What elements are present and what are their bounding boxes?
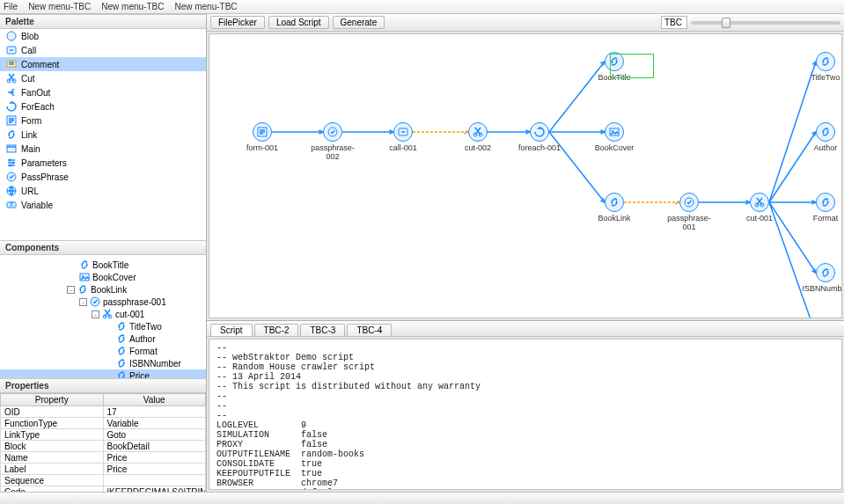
passphrase-icon xyxy=(679,193,699,212)
prop-header[interactable]: Property xyxy=(1,394,104,406)
script-editor[interactable]: -- -- webStraktor Demo script -- Random … xyxy=(209,339,842,490)
prop-value[interactable] xyxy=(103,475,206,486)
palette-item-comment[interactable]: Comment xyxy=(0,57,206,71)
cut-icon xyxy=(468,122,488,142)
prop-value[interactable]: Price xyxy=(103,452,206,464)
selection-box xyxy=(610,54,654,78)
property-row[interactable]: OID17 xyxy=(1,406,206,418)
main-icon xyxy=(5,142,18,155)
menu-item[interactable]: New menu-TBC xyxy=(174,2,237,11)
tree-toggle[interactable]: - xyxy=(79,298,87,306)
node-call-001[interactable]: call-001 xyxy=(377,122,429,152)
tab-tbc-3[interactable]: TBC-3 xyxy=(300,324,345,336)
node-form-001[interactable]: form-001 xyxy=(236,122,289,152)
palette-item-cut[interactable]: Cut xyxy=(0,71,206,85)
node-cut-001[interactable]: cut-001 xyxy=(733,193,786,223)
palette-item-call[interactable]: Call xyxy=(0,43,206,57)
form-icon xyxy=(253,122,272,142)
prop-value[interactable]: 17 xyxy=(103,406,206,418)
tree-item-format[interactable]: Format xyxy=(0,345,206,357)
tree-item-passphrase-001[interactable]: -passphrase-001 xyxy=(0,296,206,308)
menubar: File New menu-TBC New menu-TBC New menu-… xyxy=(0,0,844,14)
tab-tbc-2[interactable]: TBC-2 xyxy=(254,324,299,336)
property-row[interactable]: LabelPrice xyxy=(1,464,206,475)
prop-name: FunctionType xyxy=(1,418,104,429)
palette-item-variable[interactable]: xVariable xyxy=(0,198,206,212)
palette-item-main[interactable]: Main xyxy=(0,142,206,156)
palette-item-form[interactable]: Form xyxy=(0,113,206,128)
tree-item-bookcover[interactable]: BookCover xyxy=(0,271,206,283)
statusbar xyxy=(0,492,844,504)
tree-label: BookCover xyxy=(92,273,136,282)
node-passphrase-002[interactable]: passphrase-002 xyxy=(306,122,359,161)
bottom-tabs: ScriptTBC-2TBC-3TBC-4 xyxy=(207,321,844,337)
components-panel: BookTitleBookCover-BookLink-passphrase-0… xyxy=(0,255,206,378)
foreach-icon xyxy=(5,100,18,113)
menu-item[interactable]: New menu-TBC xyxy=(101,2,164,11)
property-row[interactable]: Sequence xyxy=(1,475,206,486)
property-row[interactable]: LinkTypeGoto xyxy=(1,429,206,441)
palette-item-label: Form xyxy=(21,116,41,126)
tree-item-price[interactable]: Price xyxy=(0,369,206,378)
property-row[interactable]: FunctionTypeVariable xyxy=(1,418,206,429)
tree-item-isbnnumber[interactable]: ISBNNumber xyxy=(0,357,206,369)
palette-item-url[interactable]: URL xyxy=(0,184,206,198)
tree-item-titletwo[interactable]: TitleTwo xyxy=(0,320,206,332)
property-row[interactable]: NamePrice xyxy=(1,452,206,464)
tab-script[interactable]: Script xyxy=(210,324,253,336)
value-header[interactable]: Value xyxy=(103,394,206,406)
prop-value[interactable]: Goto xyxy=(103,429,206,441)
prop-value[interactable]: BookDetail xyxy=(103,441,206,452)
menu-item[interactable]: New menu-TBC xyxy=(28,2,91,11)
node-booklink[interactable]: BookLink xyxy=(588,193,641,223)
tab-tbc-4[interactable]: TBC-4 xyxy=(347,324,392,336)
link-icon xyxy=(605,193,624,212)
generate-button[interactable]: Generate xyxy=(333,16,385,29)
palette-item-label: URL xyxy=(21,186,39,196)
link-icon xyxy=(115,357,128,369)
property-row[interactable]: BlockBookDetail xyxy=(1,441,206,452)
palette-item-fanout[interactable]: FanOut xyxy=(0,85,206,99)
zoom-slider[interactable] xyxy=(691,21,840,25)
svg-rect-6 xyxy=(7,145,16,152)
palette-item-link[interactable]: Link xyxy=(0,128,206,142)
filepicker-button[interactable]: FilePicker xyxy=(210,16,265,29)
node-label: form-001 xyxy=(236,143,289,152)
tree-item-booklink[interactable]: -BookLink xyxy=(0,283,206,296)
slider-thumb[interactable] xyxy=(722,18,730,28)
tbc-input[interactable]: TBC xyxy=(661,16,687,29)
blob-icon xyxy=(5,30,18,42)
prop-value[interactable]: Price xyxy=(103,464,206,475)
tree-label: TitleTwo xyxy=(129,322,162,332)
node-isbn[interactable]: ISBNNumber xyxy=(799,263,842,293)
node-titletwo[interactable]: TitleTwo xyxy=(799,52,842,82)
node-cut-002[interactable]: cut-002 xyxy=(451,122,504,152)
node-author[interactable]: Author xyxy=(799,122,842,152)
link-icon xyxy=(115,320,128,332)
palette-item-label: PassPhrase xyxy=(21,172,69,182)
palette-item-foreach[interactable]: ForEach xyxy=(0,99,206,113)
node-foreach-001[interactable]: foreach-001 xyxy=(513,122,566,152)
node-format[interactable]: Format xyxy=(799,193,842,223)
palette-item-parameters[interactable]: Parameters xyxy=(0,156,206,170)
tree-item-cut-001[interactable]: -cut-001 xyxy=(0,308,206,320)
tree-toggle[interactable]: - xyxy=(92,310,99,318)
canvas[interactable]: form-001passphrase-002call-001cut-002for… xyxy=(209,33,842,318)
load-script-button[interactable]: Load Script xyxy=(268,16,329,29)
variable-icon: x xyxy=(5,199,18,211)
tree-item-author[interactable]: Author xyxy=(0,332,206,345)
tree-item-booktitle[interactable]: BookTitle xyxy=(0,259,206,271)
node-bookcover[interactable]: BookCover xyxy=(588,122,641,152)
menu-item[interactable]: File xyxy=(4,2,18,11)
palette-item-blob[interactable]: Blob xyxy=(0,29,206,43)
tree-label: Author xyxy=(129,334,155,344)
palette-item-label: Link xyxy=(21,130,37,140)
palette-item-passphrase[interactable]: PassPhrase xyxy=(0,170,206,184)
passphrase-icon xyxy=(5,171,18,183)
properties-table: Property Value OID17FunctionTypeVariable… xyxy=(0,393,206,492)
node-label: passphrase-001 xyxy=(663,214,716,231)
tree-toggle[interactable]: - xyxy=(67,286,75,294)
node-passphrase-001[interactable]: passphrase-001 xyxy=(663,193,716,231)
prop-value[interactable]: Variable xyxy=(103,418,206,429)
link-icon xyxy=(77,283,89,296)
